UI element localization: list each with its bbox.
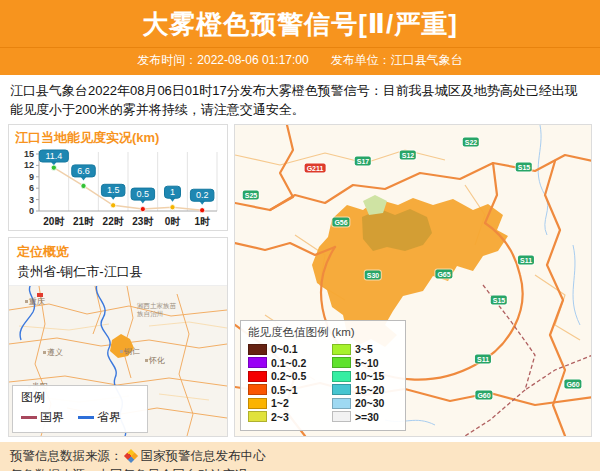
legend-item: 10~15 xyxy=(332,370,398,384)
svg-text:22时: 22时 xyxy=(103,216,124,227)
legend-range-label: 0.5~1 xyxy=(271,384,298,396)
mini-map-legend-items: 国界省界 xyxy=(21,409,139,426)
svg-text:1时: 1时 xyxy=(194,216,210,227)
svg-text:12: 12 xyxy=(24,160,34,170)
footer-line-1: 预警信息数据来源：国家预警信息发布中心 xyxy=(10,447,590,466)
legend-swatch xyxy=(332,344,351,355)
svg-text:15: 15 xyxy=(24,149,34,159)
legend-range-label: >=30 xyxy=(355,411,379,423)
legend-item: 2~3 xyxy=(248,410,320,424)
location-panel: 定位概览 贵州省-铜仁市-江口县 xyxy=(8,237,228,437)
mini-map[interactable]: 重庆遵义铜仁怀化贵阳 湘西土家族苗族自治州 图例 国界省界 xyxy=(9,285,227,436)
location-header: 定位概览 贵州省-铜仁市-江口县 xyxy=(9,238,227,285)
city-label: 怀化 xyxy=(145,357,165,365)
boundary-line-swatch xyxy=(78,416,94,419)
legend-swatch xyxy=(332,398,351,409)
city-label: 遵义 xyxy=(43,349,63,357)
svg-text:23时: 23时 xyxy=(132,216,153,227)
publish-time-value: 2022-08-06 01:17:00 xyxy=(197,53,308,67)
legend-swatch xyxy=(332,411,351,422)
region-label: 湘西土家族苗族自治州 xyxy=(137,302,181,318)
legend-item: 0~0.1 xyxy=(248,343,320,357)
legend-item: 5~10 xyxy=(332,356,398,370)
main-map-panel[interactable]: G211S17S12S22S15S25G56S30G65S11S15S11G60… xyxy=(234,124,592,437)
mini-legend-item: 省界 xyxy=(78,409,121,426)
legend-swatch xyxy=(332,357,351,368)
svg-text:1: 1 xyxy=(170,187,175,197)
legend-range-label: 2~3 xyxy=(271,411,289,423)
chart-title: 江口当地能见度实况(km) xyxy=(15,129,221,147)
content-area: 江口当地能见度实况(km) 0369121520时21时22时23时0时1时11… xyxy=(0,124,600,437)
svg-text:20时: 20时 xyxy=(43,216,64,227)
boundary-line-swatch xyxy=(21,416,37,419)
legend-range-label: 5~10 xyxy=(355,357,379,369)
visibility-line-chart[interactable]: 0369121520时21时22时23时0时1时11.46.61.50.510.… xyxy=(15,149,221,235)
legend-range-label: 1~2 xyxy=(271,397,289,409)
svg-text:6: 6 xyxy=(29,183,34,193)
legend-range-label: 0.1~0.2 xyxy=(271,357,306,369)
legend-item: 0.5~1 xyxy=(248,383,320,397)
legend-swatch xyxy=(248,384,267,395)
legend-item: 0.2~0.5 xyxy=(248,370,320,384)
publish-time-label: 发布时间： xyxy=(137,53,197,67)
legend-range-label: 0~0.1 xyxy=(271,343,298,355)
visibility-legend-grid: 0~0.10.1~0.20.2~0.50.5~11~22~33~55~1010~… xyxy=(248,343,398,424)
weather-warning-page: 大雾橙色预警信号[Ⅱ/严重] 发布时间：2022-08-06 01:17:00发… xyxy=(0,0,600,471)
legend-range-label: 20~30 xyxy=(355,397,385,409)
publish-unit-label: 发布单位： xyxy=(331,53,391,67)
legend-swatch xyxy=(248,357,267,368)
legend-item: 0.1~0.2 xyxy=(248,356,320,370)
svg-text:0.5: 0.5 xyxy=(137,189,150,199)
warning-description: 江口县气象台2022年08月06日01时17分发布大雾橙色预警信号：目前我县城区… xyxy=(0,75,600,124)
legend-item: 15~20 xyxy=(332,383,398,397)
boundary-label: 省界 xyxy=(97,409,121,426)
legend-item: 3~5 xyxy=(332,343,398,357)
left-column: 江口当地能见度实况(km) 0369121520时21时22时23时0时1时11… xyxy=(8,124,228,437)
warning-source-value: 国家预警信息发布中心 xyxy=(141,449,266,463)
footer-line-2: 气象数据来源：中国气象局全国自动站实况 xyxy=(10,466,590,471)
warning-center-logo-icon xyxy=(123,449,137,463)
boundary-label: 国界 xyxy=(40,409,64,426)
legend-swatch xyxy=(248,411,267,422)
svg-text:1.5: 1.5 xyxy=(107,185,120,195)
legend-range-label: 10~15 xyxy=(355,370,385,382)
header-subbar: 发布时间：2022-08-06 01:17:00发布单位：江口县气象台 xyxy=(0,47,600,75)
city-label: 铜仁 xyxy=(120,348,140,356)
visibility-color-legend: 能见度色值图例 (km) 0~0.10.1~0.20.2~0.50.5~11~2… xyxy=(240,320,406,431)
legend-range-label: 0.2~0.5 xyxy=(271,370,306,382)
mini-legend-item: 国界 xyxy=(21,409,64,426)
mini-map-legend-title: 图例 xyxy=(21,389,139,406)
mini-map-legend: 图例 国界省界 xyxy=(12,385,148,433)
svg-text:0.2: 0.2 xyxy=(196,190,209,200)
publish-unit-value: 江口县气象台 xyxy=(391,53,463,67)
footer: 预警信息数据来源：国家预警信息发布中心 气象数据来源：中国气象局全国自动站实况 xyxy=(0,442,600,471)
svg-text:0: 0 xyxy=(29,206,34,216)
location-title: 定位概览 xyxy=(17,243,219,261)
legend-item: >=30 xyxy=(332,410,398,424)
svg-text:0时: 0时 xyxy=(165,216,181,227)
svg-text:3: 3 xyxy=(29,194,34,204)
visibility-chart-panel: 江口当地能见度实况(km) 0369121520时21时22时23时0时1时11… xyxy=(8,124,228,231)
warning-source-label: 预警信息数据来源： xyxy=(10,449,123,463)
fog-warning-subregion xyxy=(362,209,432,251)
svg-text:6.6: 6.6 xyxy=(77,166,90,176)
legend-swatch xyxy=(332,371,351,382)
legend-swatch xyxy=(248,398,267,409)
legend-item: 20~30 xyxy=(332,397,398,411)
svg-text:21时: 21时 xyxy=(73,216,94,227)
city-label: 重庆 xyxy=(25,298,45,306)
legend-swatch xyxy=(248,371,267,382)
location-breadcrumb: 贵州省-铜仁市-江口县 xyxy=(17,263,219,281)
legend-range-label: 3~5 xyxy=(355,343,373,355)
visibility-legend-title: 能见度色值图例 (km) xyxy=(248,325,398,340)
legend-item: 1~2 xyxy=(248,397,320,411)
svg-text:9: 9 xyxy=(29,171,34,181)
page-title: 大雾橙色预警信号[Ⅱ/严重] xyxy=(0,0,600,47)
legend-swatch xyxy=(248,344,267,355)
legend-swatch xyxy=(332,384,351,395)
header: 大雾橙色预警信号[Ⅱ/严重] 发布时间：2022-08-06 01:17:00发… xyxy=(0,0,600,75)
svg-text:11.4: 11.4 xyxy=(45,151,62,161)
legend-range-label: 15~20 xyxy=(355,384,385,396)
